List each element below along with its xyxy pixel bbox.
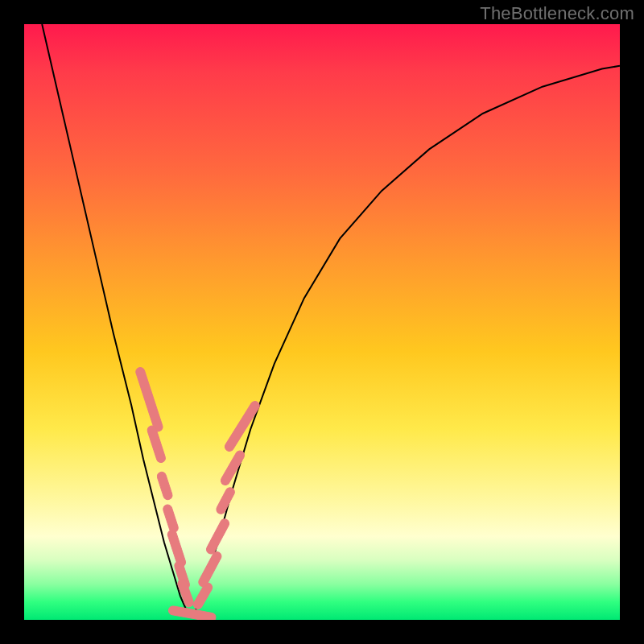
curve-left-branch xyxy=(42,24,191,617)
marker-group xyxy=(134,366,261,620)
marker-capsule xyxy=(147,424,167,463)
marker-capsule xyxy=(156,471,173,501)
watermark-text: TheBottleneck.com xyxy=(480,3,634,24)
marker-capsule xyxy=(168,605,217,620)
marker-capsule xyxy=(219,449,246,487)
marker-capsule xyxy=(223,399,261,452)
outer-frame: TheBottleneck.com xyxy=(0,0,644,644)
marker-capsule xyxy=(162,504,179,534)
plot-area xyxy=(24,24,620,620)
curve-right-branch xyxy=(191,66,620,617)
marker-capsule xyxy=(134,366,163,432)
chart-svg xyxy=(24,24,620,620)
marker-capsule xyxy=(215,486,236,516)
marker-capsule xyxy=(197,551,223,588)
marker-capsule xyxy=(205,518,231,555)
bottleneck-curve xyxy=(42,24,620,617)
